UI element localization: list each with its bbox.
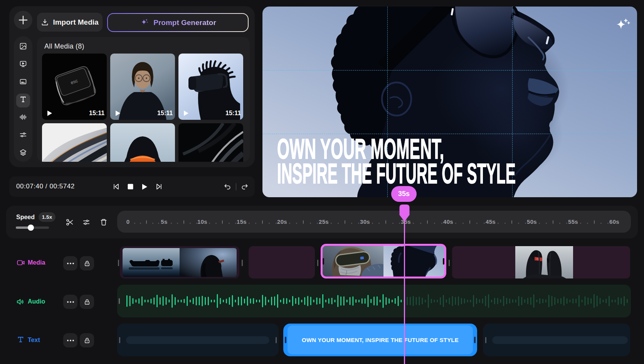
svg-text:15:11: 15:11 — [157, 110, 173, 116]
svg-text:15:11: 15:11 — [225, 110, 241, 116]
svg-text:15:11: 15:11 — [89, 110, 104, 116]
